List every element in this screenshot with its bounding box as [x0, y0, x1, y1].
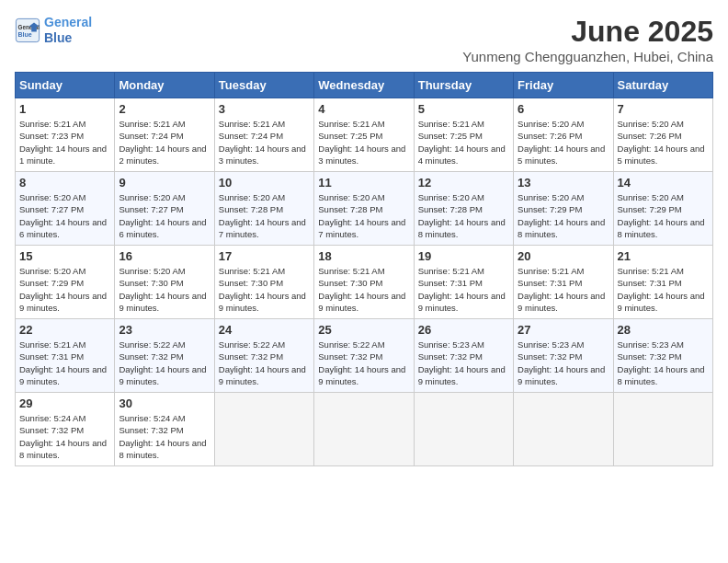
- weekday-header-friday: Friday: [514, 73, 613, 98]
- day-info: Sunrise: 5:23 AM Sunset: 7:32 PM Dayligh…: [618, 339, 709, 387]
- day-number: 28: [618, 323, 709, 337]
- calendar-cell: 26Sunrise: 5:23 AM Sunset: 7:32 PM Dayli…: [414, 319, 513, 393]
- day-number: 24: [219, 323, 310, 337]
- day-info: Sunrise: 5:21 AM Sunset: 7:24 PM Dayligh…: [119, 118, 210, 167]
- day-info: Sunrise: 5:20 AM Sunset: 7:29 PM Dayligh…: [19, 265, 110, 314]
- calendar-cell: [314, 393, 414, 466]
- weekday-header-tuesday: Tuesday: [214, 73, 313, 98]
- day-number: 5: [418, 102, 509, 116]
- calendar-cell: 5Sunrise: 5:21 AM Sunset: 7:25 PM Daylig…: [414, 98, 513, 172]
- calendar-week-row: 8Sunrise: 5:20 AM Sunset: 7:27 PM Daylig…: [16, 172, 713, 246]
- calendar-cell: 9Sunrise: 5:20 AM Sunset: 7:27 PM Daylig…: [115, 172, 214, 246]
- day-info: Sunrise: 5:21 AM Sunset: 7:25 PM Dayligh…: [418, 118, 509, 167]
- title-section: June 2025 Yunmeng Chengguanzhen, Hubei, …: [462, 15, 713, 64]
- logo: General Blue General Blue: [15, 15, 92, 46]
- calendar-cell: 6Sunrise: 5:20 AM Sunset: 7:26 PM Daylig…: [514, 98, 613, 172]
- calendar-cell: [214, 393, 313, 466]
- calendar-cell: 4Sunrise: 5:21 AM Sunset: 7:25 PM Daylig…: [314, 98, 414, 172]
- calendar-cell: 3Sunrise: 5:21 AM Sunset: 7:24 PM Daylig…: [214, 98, 313, 172]
- day-info: Sunrise: 5:21 AM Sunset: 7:31 PM Dayligh…: [418, 265, 509, 314]
- day-info: Sunrise: 5:20 AM Sunset: 7:27 PM Dayligh…: [119, 191, 210, 240]
- calendar-cell: 19Sunrise: 5:21 AM Sunset: 7:31 PM Dayli…: [414, 246, 513, 319]
- day-number: 29: [19, 396, 110, 410]
- day-number: 14: [618, 176, 709, 190]
- day-number: 13: [518, 176, 609, 190]
- weekday-header-sunday: Sunday: [16, 73, 115, 98]
- day-number: 11: [318, 176, 409, 190]
- day-info: Sunrise: 5:20 AM Sunset: 7:29 PM Dayligh…: [518, 191, 609, 240]
- day-number: 21: [618, 249, 709, 263]
- day-number: 20: [518, 249, 609, 263]
- day-info: Sunrise: 5:20 AM Sunset: 7:28 PM Dayligh…: [318, 191, 409, 240]
- calendar-cell: 15Sunrise: 5:20 AM Sunset: 7:29 PM Dayli…: [16, 246, 115, 319]
- day-info: Sunrise: 5:24 AM Sunset: 7:32 PM Dayligh…: [19, 412, 110, 461]
- calendar-cell: [613, 393, 712, 466]
- calendar-cell: 16Sunrise: 5:20 AM Sunset: 7:30 PM Dayli…: [115, 246, 214, 319]
- day-info: Sunrise: 5:22 AM Sunset: 7:32 PM Dayligh…: [219, 339, 310, 387]
- calendar-cell: 1Sunrise: 5:21 AM Sunset: 7:23 PM Daylig…: [16, 98, 115, 172]
- day-number: 2: [119, 102, 210, 116]
- calendar-cell: 2Sunrise: 5:21 AM Sunset: 7:24 PM Daylig…: [115, 98, 214, 172]
- weekday-header-saturday: Saturday: [613, 73, 712, 98]
- calendar-week-row: 29Sunrise: 5:24 AM Sunset: 7:32 PM Dayli…: [16, 393, 713, 466]
- calendar-cell: 14Sunrise: 5:20 AM Sunset: 7:29 PM Dayli…: [613, 172, 712, 246]
- day-info: Sunrise: 5:21 AM Sunset: 7:23 PM Dayligh…: [19, 118, 110, 167]
- day-info: Sunrise: 5:23 AM Sunset: 7:32 PM Dayligh…: [518, 339, 609, 387]
- calendar-cell: 10Sunrise: 5:20 AM Sunset: 7:28 PM Dayli…: [214, 172, 313, 246]
- day-number: 1: [19, 102, 110, 116]
- day-info: Sunrise: 5:20 AM Sunset: 7:27 PM Dayligh…: [19, 191, 110, 240]
- calendar-cell: 20Sunrise: 5:21 AM Sunset: 7:31 PM Dayli…: [514, 246, 613, 319]
- day-number: 9: [119, 176, 210, 190]
- calendar-header-row: SundayMondayTuesdayWednesdayThursdayFrid…: [16, 73, 713, 98]
- calendar-cell: 13Sunrise: 5:20 AM Sunset: 7:29 PM Dayli…: [514, 172, 613, 246]
- day-info: Sunrise: 5:21 AM Sunset: 7:30 PM Dayligh…: [318, 265, 409, 314]
- day-info: Sunrise: 5:20 AM Sunset: 7:30 PM Dayligh…: [119, 265, 210, 314]
- calendar-cell: 22Sunrise: 5:21 AM Sunset: 7:31 PM Dayli…: [16, 319, 115, 393]
- day-info: Sunrise: 5:20 AM Sunset: 7:29 PM Dayligh…: [618, 191, 709, 240]
- day-number: 4: [318, 102, 409, 116]
- day-number: 6: [518, 102, 609, 116]
- weekday-header-monday: Monday: [115, 73, 214, 98]
- logo-text: General Blue: [44, 15, 92, 46]
- weekday-header-thursday: Thursday: [414, 73, 513, 98]
- day-number: 23: [119, 323, 210, 337]
- day-number: 16: [119, 249, 210, 263]
- day-info: Sunrise: 5:21 AM Sunset: 7:25 PM Dayligh…: [318, 118, 409, 167]
- day-number: 3: [219, 102, 310, 116]
- day-number: 17: [219, 249, 310, 263]
- day-info: Sunrise: 5:20 AM Sunset: 7:26 PM Dayligh…: [618, 118, 709, 167]
- day-info: Sunrise: 5:21 AM Sunset: 7:31 PM Dayligh…: [19, 339, 110, 387]
- day-info: Sunrise: 5:24 AM Sunset: 7:32 PM Dayligh…: [119, 412, 210, 461]
- day-number: 22: [19, 323, 110, 337]
- calendar-cell: 30Sunrise: 5:24 AM Sunset: 7:32 PM Dayli…: [115, 393, 214, 466]
- day-info: Sunrise: 5:22 AM Sunset: 7:32 PM Dayligh…: [119, 339, 210, 387]
- day-number: 10: [219, 176, 310, 190]
- day-info: Sunrise: 5:20 AM Sunset: 7:26 PM Dayligh…: [518, 118, 609, 167]
- day-info: Sunrise: 5:23 AM Sunset: 7:32 PM Dayligh…: [418, 339, 509, 387]
- location-title: Yunmeng Chengguanzhen, Hubei, China: [462, 49, 713, 64]
- weekday-header-wednesday: Wednesday: [314, 73, 414, 98]
- day-number: 19: [418, 249, 509, 263]
- day-number: 26: [418, 323, 509, 337]
- calendar-cell: 18Sunrise: 5:21 AM Sunset: 7:30 PM Dayli…: [314, 246, 414, 319]
- svg-text:Blue: Blue: [18, 31, 32, 38]
- day-info: Sunrise: 5:20 AM Sunset: 7:28 PM Dayligh…: [418, 191, 509, 240]
- logo-icon: General Blue: [15, 17, 40, 43]
- calendar-cell: 8Sunrise: 5:20 AM Sunset: 7:27 PM Daylig…: [16, 172, 115, 246]
- day-number: 12: [418, 176, 509, 190]
- day-info: Sunrise: 5:21 AM Sunset: 7:31 PM Dayligh…: [518, 265, 609, 314]
- day-number: 25: [318, 323, 409, 337]
- calendar-cell: 12Sunrise: 5:20 AM Sunset: 7:28 PM Dayli…: [414, 172, 513, 246]
- calendar-cell: 7Sunrise: 5:20 AM Sunset: 7:26 PM Daylig…: [613, 98, 712, 172]
- calendar-table: SundayMondayTuesdayWednesdayThursdayFrid…: [15, 72, 713, 466]
- day-number: 15: [19, 249, 110, 263]
- day-info: Sunrise: 5:21 AM Sunset: 7:24 PM Dayligh…: [219, 118, 310, 167]
- day-number: 8: [19, 176, 110, 190]
- calendar-cell: 25Sunrise: 5:22 AM Sunset: 7:32 PM Dayli…: [314, 319, 414, 393]
- calendar-cell: 29Sunrise: 5:24 AM Sunset: 7:32 PM Dayli…: [16, 393, 115, 466]
- calendar-cell: [414, 393, 513, 466]
- day-info: Sunrise: 5:22 AM Sunset: 7:32 PM Dayligh…: [318, 339, 409, 387]
- calendar-cell: [514, 393, 613, 466]
- day-info: Sunrise: 5:21 AM Sunset: 7:31 PM Dayligh…: [618, 265, 709, 314]
- day-number: 18: [318, 249, 409, 263]
